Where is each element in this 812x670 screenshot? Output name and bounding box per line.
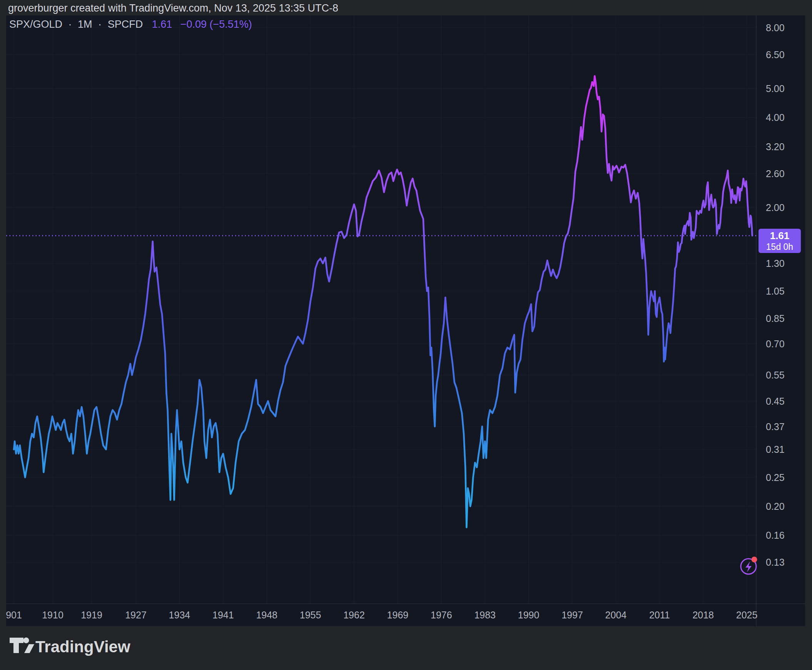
price-axis-label[interactable]: 6.50 [766,49,785,60]
time-axis-label[interactable]: 1948 [256,609,277,620]
price-axis-label[interactable]: 0.16 [766,530,785,541]
time-axis-label[interactable]: 1927 [125,609,147,620]
price-axis-label[interactable]: 0.13 [766,557,785,568]
time-axis-label[interactable]: 2011 [649,609,670,620]
time-axis-label[interactable]: 1934 [169,609,191,620]
bar-countdown: 15d 0h [766,242,793,252]
time-axis-label[interactable]: 901 [6,609,22,620]
current-price-value: 1.61 [770,230,790,242]
price-axis-label[interactable]: 8.00 [766,22,785,33]
price-axis-label[interactable]: 5.00 [766,83,785,94]
header-attribution: groverburger created with TradingView.co… [8,2,338,14]
price-axis-label[interactable]: 4.00 [766,112,785,123]
time-axis-label[interactable]: 1997 [562,609,583,620]
price-axis-label[interactable]: 0.25 [766,472,785,483]
tradingview-snapshot: groverburger created with TradingView.co… [0,0,812,670]
legend-exchange: SPCFD [108,19,143,30]
time-axis-label[interactable]: 1919 [81,609,102,620]
price-axis-label[interactable]: 0.37 [766,421,785,432]
legend-symbol[interactable]: SPX/GOLD [9,19,62,30]
legend-interval[interactable]: 1M [78,19,92,30]
legend-separator-1: · [69,19,72,30]
time-axis-label[interactable]: 2025 [736,609,758,620]
price-axis-label[interactable]: 0.45 [766,396,785,407]
price-axis-label[interactable]: 0.31 [766,444,785,455]
legend-separator-2: · [98,19,101,30]
price-axis-label[interactable]: 3.20 [766,141,785,152]
time-axis-label[interactable]: 1955 [300,609,321,620]
legend-last-price: 1.61 [152,19,172,30]
price-axis-label[interactable]: 0.70 [766,338,785,349]
price-axis-label[interactable]: 0.20 [766,501,785,512]
plot-background [6,15,805,626]
tradingview-logo-text: TradingView [35,638,130,656]
time-axis-label[interactable]: 1983 [474,609,496,620]
price-axis-label[interactable]: 1.05 [766,286,785,296]
time-axis-label[interactable]: 2004 [605,609,627,620]
time-axis-label[interactable]: 1941 [213,609,234,620]
time-axis-label[interactable]: 2018 [692,609,714,620]
price-axis-label[interactable]: 0.85 [766,313,785,324]
price-axis-label[interactable]: 0.55 [766,370,785,381]
tradingview-logo[interactable]: TradingView [10,638,130,656]
price-axis-label[interactable]: 2.60 [766,168,785,179]
price-axis-label[interactable]: 1.30 [766,258,785,269]
svg-text:SPX/GOLD · 1M: SPX/GOLD · 1M · SPCFD 1.61 −0.09 (−5.51%… [9,19,252,30]
current-price-label: 1.61 15d 0h [758,229,801,253]
time-axis-label[interactable]: 1962 [343,609,365,620]
chart-canvas[interactable]: groverburger created with TradingView.co… [0,0,812,670]
notification-dot [751,557,757,563]
time-axis-label[interactable]: 1976 [430,609,452,620]
legend-change: −0.09 (−5.51%) [181,19,252,30]
legend[interactable]: SPX/GOLD · 1M · SPCFD 1.61 −0.09 (−5.51%… [9,19,252,30]
time-axis-label[interactable]: 1990 [518,609,540,620]
price-axis-label[interactable]: 2.00 [766,202,785,213]
time-axis-label[interactable]: 1910 [42,609,64,620]
time-axis-label[interactable]: 1969 [387,609,409,620]
